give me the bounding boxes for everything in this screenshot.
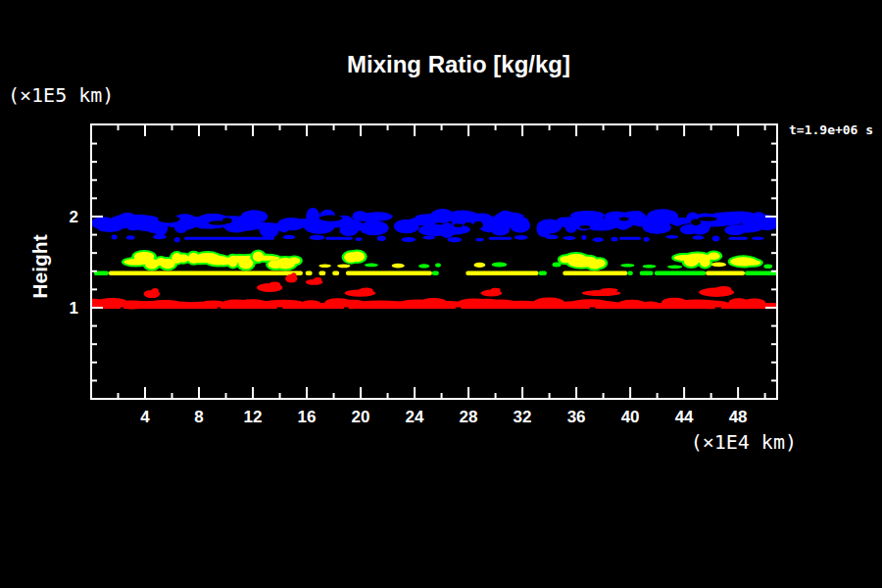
- cloud-blob: [435, 224, 470, 235]
- scatter-blob: [360, 288, 373, 293]
- line-lump: [641, 302, 661, 308]
- dot: [422, 235, 435, 239]
- cloud-hole: [698, 217, 717, 220]
- dot: [667, 266, 682, 269]
- line-segment: [306, 270, 313, 275]
- layer-red-scatter-blobs: [144, 272, 734, 298]
- dash: [325, 237, 353, 240]
- blob-core: [746, 260, 760, 265]
- blob-core: [177, 255, 189, 263]
- dot: [612, 237, 618, 242]
- x-tick-label: 40: [621, 408, 640, 426]
- line-lump: [288, 301, 304, 308]
- dot: [112, 235, 118, 240]
- x-tick-label: 20: [352, 408, 370, 426]
- line-segment: [432, 270, 439, 275]
- cloud-blob: [754, 217, 780, 231]
- line-segment: [563, 270, 627, 275]
- y-units-label: (×1E5 km): [8, 83, 114, 107]
- line-segment: [655, 270, 706, 275]
- x-tick-label: 8: [194, 408, 203, 426]
- cloud-hole: [222, 218, 232, 223]
- dot: [377, 236, 386, 241]
- cloud-blob: [360, 220, 389, 235]
- scatter-blob: [291, 272, 297, 278]
- x-tick-label: 12: [244, 408, 263, 426]
- dot: [514, 235, 528, 240]
- cloud-hole: [319, 216, 343, 221]
- layer-upper-blue-cloud-band: [91, 208, 780, 238]
- line-lump: [534, 298, 564, 307]
- dot: [763, 264, 772, 269]
- dot: [752, 237, 764, 240]
- line-segment: [346, 270, 432, 275]
- cloud-hole: [158, 216, 180, 223]
- cloud-hole: [454, 223, 464, 227]
- cloud-blob: [241, 210, 269, 223]
- dot: [153, 234, 167, 239]
- dot: [552, 262, 561, 267]
- dot: [492, 263, 508, 268]
- line-segment: [466, 270, 538, 275]
- layer-red-surface-line: [75, 298, 777, 311]
- dot: [593, 237, 604, 242]
- axes-frame: 481216202428323640444812: [70, 124, 777, 426]
- y-axis-title: Height: [28, 234, 51, 298]
- scatter-blob: [270, 281, 281, 287]
- dot: [365, 264, 378, 268]
- dot: [356, 237, 363, 241]
- cloud-hole: [473, 221, 483, 229]
- line-segment: [539, 270, 547, 275]
- dot: [644, 237, 650, 242]
- dot: [581, 235, 586, 240]
- x-tick-label: 48: [729, 408, 748, 426]
- x-tick-label: 32: [514, 408, 532, 426]
- dot: [643, 265, 657, 269]
- line-lump: [302, 300, 321, 306]
- scatter-blob: [715, 286, 731, 293]
- x-tick-label: 28: [460, 408, 478, 426]
- dash: [489, 237, 512, 240]
- cloud-hole: [580, 225, 591, 229]
- chart-title: Mixing Ratio [kg/kg]: [347, 51, 570, 77]
- line-segment: [627, 270, 633, 275]
- line-notch: [344, 308, 349, 311]
- line-notch: [590, 308, 596, 311]
- layer-mid-yellow-cloud-blobs: [122, 249, 763, 270]
- blob-core: [700, 258, 710, 267]
- scatter-blob: [152, 288, 159, 294]
- line-segment: [640, 270, 654, 275]
- y-tick-label: 1: [70, 299, 78, 318]
- line-notch: [121, 308, 123, 311]
- blob-core: [594, 259, 606, 268]
- dot: [712, 236, 720, 242]
- dot: [402, 237, 416, 242]
- plot-window: Mixing Ratio [kg/kg] (×1E5 km) (×1E4 km)…: [0, 0, 882, 588]
- dot: [282, 235, 295, 239]
- line-notch: [218, 308, 220, 311]
- dot: [692, 235, 704, 239]
- dot: [418, 264, 429, 268]
- x-tick-label: 4: [140, 408, 150, 426]
- time-label: t=1.9e+06 s: [789, 122, 873, 137]
- line-lump: [590, 301, 621, 308]
- dot: [545, 235, 559, 240]
- dash: [619, 237, 641, 240]
- x-units-label: (×1E4 km): [691, 430, 797, 454]
- dot: [392, 264, 405, 269]
- scatter-blob: [491, 288, 501, 293]
- line-notch: [715, 308, 722, 311]
- blob-core: [253, 256, 279, 261]
- x-tick-label: 36: [567, 408, 586, 426]
- dot: [475, 238, 484, 242]
- dash: [729, 237, 748, 240]
- cloud-blob: [510, 219, 530, 233]
- data-layers: [75, 208, 780, 311]
- dot: [318, 265, 330, 269]
- blob-core: [708, 253, 720, 260]
- line-segment: [318, 270, 325, 275]
- x-tick-label: 44: [675, 408, 694, 426]
- line-notch: [276, 308, 282, 311]
- line-lump: [691, 300, 731, 309]
- scatter-blob: [314, 277, 321, 281]
